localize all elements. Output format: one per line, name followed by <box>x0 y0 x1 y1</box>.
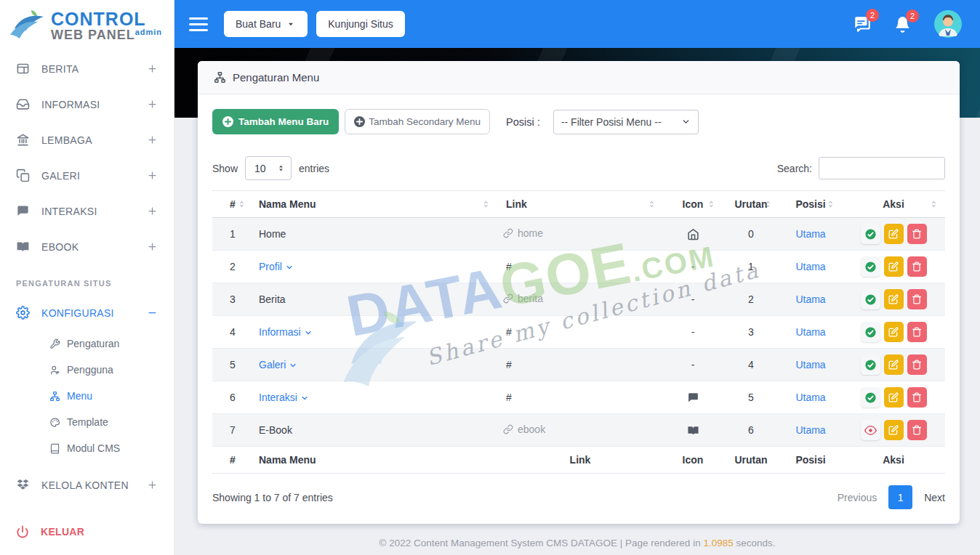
sidebar-item-konfigurasi[interactable]: KONFIGURASI <box>0 295 174 331</box>
edit-button[interactable] <box>884 256 904 277</box>
notifications-button[interactable]: 2 <box>893 15 912 33</box>
trash-icon <box>912 262 922 272</box>
posisi-link[interactable]: Utama <box>795 359 825 370</box>
table-row: 5 Galeri # - 4 Utama <box>212 349 945 381</box>
posisi-link[interactable]: Utama <box>795 293 825 305</box>
delete-button[interactable] <box>907 256 927 277</box>
status-active-button[interactable] <box>861 224 880 244</box>
book-open-icon <box>16 240 30 254</box>
bank-icon <box>16 133 30 147</box>
sidebar-subitem-pengaturan[interactable]: Pengaturan <box>0 331 174 357</box>
column-header-posisi[interactable]: Posisi <box>779 191 842 218</box>
table-row: 3 Berita berita - 2 Utama <box>212 283 945 316</box>
render-time: 1.0985 <box>703 538 733 548</box>
check-circle-icon <box>864 293 877 306</box>
panel-header: Pengaturan Menu <box>198 61 960 94</box>
pengaturan-menu-panel: Pengaturan Menu Tambah Menu Baru Tambah … <box>198 61 960 524</box>
edit-button[interactable] <box>884 289 904 309</box>
logo-bird-icon <box>9 9 47 42</box>
edit-button[interactable] <box>884 355 904 375</box>
pagination-previous[interactable]: Previous <box>838 492 877 503</box>
minus-icon <box>147 307 158 318</box>
sidebar-subitem-menu[interactable]: Menu <box>0 383 174 409</box>
delete-button[interactable] <box>907 322 927 342</box>
tambah-menu-baru-button[interactable]: Tambah Menu Baru <box>212 109 339 134</box>
page-size-select[interactable]: 10 <box>245 156 292 180</box>
status-active-button[interactable] <box>861 355 880 375</box>
sitemap-icon <box>214 71 226 84</box>
tambah-secondary-menu-button[interactable]: Tambah Secondary Menu <box>345 109 490 134</box>
edit-button[interactable] <box>884 224 904 244</box>
posisi-link[interactable]: Utama <box>795 392 825 403</box>
hamburger-menu-icon[interactable] <box>189 17 208 31</box>
table-controls: Show 10 entries Search: <box>212 156 945 180</box>
menu-name-link[interactable]: Interaksi <box>259 392 309 403</box>
edit-button[interactable] <box>884 387 904 408</box>
column-header-icon[interactable]: Icon <box>663 191 723 218</box>
chevron-down-icon <box>681 117 691 126</box>
trash-icon <box>912 425 922 435</box>
kunjungi-situs-button[interactable]: Kunjungi Situs <box>316 11 405 37</box>
sidebar-item-galeri[interactable]: GALERI <box>0 158 174 193</box>
toolbar: Tambah Menu Baru Tambah Secondary Menu P… <box>212 109 945 134</box>
edit-icon <box>888 327 899 337</box>
delete-button[interactable] <box>907 224 927 244</box>
plus-icon <box>147 63 158 74</box>
posisi-filter-select[interactable]: -- Filter Posisi Menu -- <box>553 110 699 134</box>
status-active-button[interactable] <box>861 256 880 277</box>
sidebar-item-lembaga[interactable]: LEMBAGA <box>0 122 174 158</box>
footer-header-link: Link <box>497 447 663 474</box>
plus-icon <box>147 134 158 145</box>
posisi-link[interactable]: Utama <box>795 228 825 240</box>
posisi-link[interactable]: Utama <box>795 326 825 338</box>
buat-baru-button[interactable]: Buat Baru <box>224 11 308 37</box>
edit-icon <box>888 425 899 435</box>
sidebar-subitem-pengguna[interactable]: Pengguna <box>0 357 174 383</box>
caret-down-icon <box>286 19 296 29</box>
posisi-link[interactable]: Utama <box>795 261 825 272</box>
user-avatar[interactable] <box>933 9 963 39</box>
eye-icon <box>864 424 877 437</box>
delete-button[interactable] <box>907 289 927 309</box>
menu-name-link[interactable]: Informasi <box>259 326 313 338</box>
book-icon <box>49 443 60 454</box>
pagination-page-1[interactable]: 1 <box>888 485 912 509</box>
status-hidden-button[interactable] <box>861 420 880 440</box>
plus-icon <box>147 241 158 252</box>
menu-name: Home <box>259 228 286 240</box>
menu-name-link[interactable]: Galeri <box>259 359 297 370</box>
delete-button[interactable] <box>907 387 927 408</box>
messages-button[interactable]: 2 <box>853 15 872 33</box>
search-input[interactable] <box>819 157 945 179</box>
status-active-button[interactable] <box>861 322 880 342</box>
column-header-num[interactable]: # <box>212 191 253 218</box>
chevron-down-icon <box>285 263 294 272</box>
sidebar-item-keluar[interactable]: KELUAR <box>0 514 174 549</box>
pagination-next[interactable]: Next <box>924 492 945 503</box>
status-active-button[interactable] <box>861 289 880 309</box>
sidebar-item-informasi[interactable]: INFORMASI <box>0 86 174 122</box>
edit-button[interactable] <box>884 322 904 342</box>
sidebar-item-berita[interactable]: BERITA <box>0 51 174 86</box>
delete-button[interactable] <box>907 420 927 440</box>
sidebar-item-interaksi[interactable]: INTERAKSI <box>0 193 174 229</box>
home-icon <box>687 228 699 240</box>
column-header-aksi[interactable]: Aksi <box>842 191 945 218</box>
status-active-button[interactable] <box>861 387 880 408</box>
column-header-urutan[interactable]: Urutan <box>723 191 779 218</box>
footer-header-urutan: Urutan <box>723 447 779 474</box>
sidebar-subitem-template[interactable]: Template <box>0 409 174 435</box>
palette-icon <box>49 417 60 428</box>
column-header-nama-menu[interactable]: Nama Menu <box>253 191 497 218</box>
avatar-image <box>933 9 963 39</box>
sidebar-subitem-modul-cms[interactable]: Modul CMS <box>0 435 174 461</box>
menu-link: berita <box>518 293 543 304</box>
menu-name-link[interactable]: Profil <box>259 261 294 272</box>
posisi-link[interactable]: Utama <box>795 424 825 436</box>
sidebar-item-ebook[interactable]: EBOOK <box>0 229 174 264</box>
sidebar-item-kelola-konten[interactable]: KELOLA KONTEN <box>0 467 174 503</box>
delete-button[interactable] <box>907 355 927 375</box>
edit-button[interactable] <box>884 420 904 440</box>
app-logo[interactable]: CONTROL WEB PANELadmin <box>0 0 174 51</box>
column-header-link[interactable]: Link <box>497 191 663 218</box>
